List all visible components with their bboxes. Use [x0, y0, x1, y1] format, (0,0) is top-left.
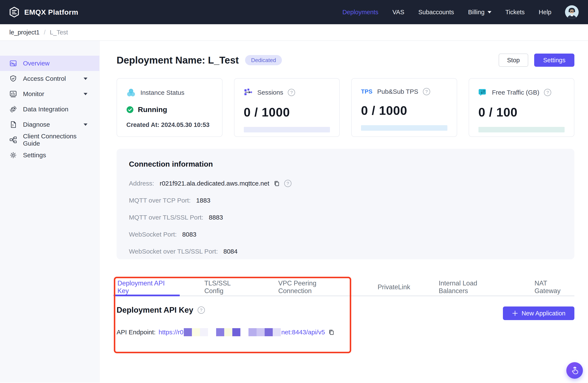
- instance-status-card: Instance Status Running Created At: 2024…: [117, 78, 223, 137]
- sessions-label: Sessions: [257, 89, 283, 96]
- sidebar-item-diagnose[interactable]: ? Diagnose: [0, 117, 99, 132]
- address-value: r021f921.ala.dedicated.aws.mqttce.net: [160, 180, 269, 187]
- emqx-logo-icon: [9, 7, 19, 18]
- tps-progress-bar: [361, 125, 447, 131]
- nav-vas[interactable]: VAS: [393, 9, 404, 16]
- plus-icon: [512, 310, 518, 316]
- sessions-progress-bar: [244, 127, 330, 133]
- sidebar-item-label: Settings: [23, 152, 46, 159]
- traffic-bubble-icon: [479, 88, 487, 97]
- deployment-api-key-panel: Deployment API Key ? API Endpoint: https…: [117, 296, 574, 336]
- help-icon[interactable]: ?: [423, 88, 430, 95]
- tps-text-icon: TPS: [361, 88, 373, 95]
- avatar-person-icon: [565, 5, 579, 19]
- sidebar-item-label: Diagnose: [23, 121, 50, 128]
- connection-row-websocket-port: WebSocket Port: 8083: [129, 231, 562, 238]
- nav-billing[interactable]: Billing: [468, 9, 491, 16]
- deployment-tabs-section: Deployment API Key TLS/SSL Config VPC Pe…: [117, 279, 574, 336]
- copy-icon[interactable]: [328, 329, 335, 336]
- chevron-down-icon: [488, 11, 491, 13]
- copy-icon[interactable]: [273, 180, 280, 187]
- running-check-icon: [126, 106, 134, 113]
- diagnose-document-icon: ?: [9, 121, 17, 128]
- connection-row-websocket-tls-port: WebSocket over TLS/SSL Port: 8084: [129, 248, 562, 255]
- new-application-button[interactable]: New Application: [503, 306, 574, 320]
- sidebar-item-client-connections-guide[interactable]: Client Connections Guide: [0, 132, 99, 148]
- nav-deployments[interactable]: Deployments: [342, 9, 378, 16]
- nav-tickets[interactable]: Tickets: [505, 9, 525, 16]
- main-content: Deployment Name: L_Test Dedicated Stop S…: [100, 41, 588, 383]
- created-at-text: Created At: 2024.05.30 10:53: [126, 121, 213, 128]
- breadcrumb-separator: /: [44, 29, 45, 36]
- tab-privatelink[interactable]: PrivateLink: [377, 279, 411, 295]
- tab-internal-load-balancers[interactable]: Internal Load Balancers: [438, 279, 507, 295]
- instance-cluster-icon: [126, 88, 136, 97]
- chevron-down-icon: [84, 93, 87, 95]
- free-traffic-card: Free Traffic (GB) ? 0 / 100: [469, 78, 575, 137]
- tap-finger-icon: [570, 366, 579, 375]
- sidebar-item-overview[interactable]: Overview: [0, 56, 99, 71]
- instance-status-value: Running: [138, 105, 167, 114]
- traffic-label: Free Traffic (GB): [492, 89, 540, 96]
- nav-billing-label: Billing: [468, 9, 484, 16]
- connection-information-card: Connection information Address: r021f921…: [117, 149, 574, 259]
- dedicated-badge: Dedicated: [245, 55, 282, 65]
- sidebar-item-monitor[interactable]: Monitor: [0, 86, 99, 102]
- top-nav-items: Deployments VAS Subaccounts Billing Tick…: [342, 9, 551, 16]
- chevron-down-icon: [84, 123, 87, 126]
- sidebar-item-label: Overview: [23, 60, 50, 67]
- api-endpoint-link[interactable]: https://r0net:8443/api/v5: [158, 328, 325, 336]
- nav-help[interactable]: Help: [539, 9, 551, 16]
- breadcrumb-current: L_Test: [50, 29, 68, 36]
- brand: EMQX Platform: [9, 7, 78, 18]
- tps-label: Pub&Sub TPS: [377, 88, 418, 95]
- breadcrumb: le_project1 / L_Test: [0, 24, 588, 41]
- help-icon[interactable]: ?: [198, 306, 205, 314]
- svg-text:?: ?: [12, 124, 14, 127]
- brand-name: EMQX Platform: [24, 8, 78, 16]
- monitor-chart-icon: [9, 90, 17, 98]
- sidebar: Overview Access Control Monitor: [0, 41, 100, 383]
- nav-subaccounts[interactable]: Subaccounts: [419, 9, 454, 16]
- connection-row-tls-port: MQTT over TLS/SSL Port: 8883: [129, 214, 562, 221]
- help-icon[interactable]: ?: [288, 89, 295, 96]
- stat-cards: Instance Status Running Created At: 2024…: [117, 78, 574, 137]
- floating-helper-button[interactable]: [566, 362, 583, 379]
- tab-deployment-api-key[interactable]: Deployment API Key: [117, 279, 177, 295]
- instance-status-label: Instance Status: [140, 89, 185, 96]
- tab-nat-gateway[interactable]: NAT Gateway: [534, 279, 574, 295]
- connection-row-address: Address: r021f921.ala.dedicated.aws.mqtt…: [129, 180, 562, 187]
- page-title: Deployment Name: L_Test: [117, 54, 239, 66]
- breadcrumb-project[interactable]: le_project1: [9, 29, 40, 36]
- overview-icon: [9, 59, 17, 67]
- traffic-progress-bar: [479, 127, 565, 133]
- tab-bar: Deployment API Key TLS/SSL Config VPC Pe…: [117, 279, 574, 296]
- tab-tls-ssl-config[interactable]: TLS/SSL Config: [204, 279, 251, 295]
- sidebar-item-data-integration[interactable]: Data Integration: [0, 102, 99, 117]
- traffic-value: 0 / 100: [479, 105, 565, 119]
- redacted-endpoint-mosaic: [184, 328, 281, 336]
- connection-information-title: Connection information: [129, 160, 562, 168]
- top-navigation-bar: EMQX Platform Deployments VAS Subaccount…: [0, 0, 588, 24]
- sidebar-item-access-control[interactable]: Access Control: [0, 71, 99, 86]
- client-connections-icon: [9, 136, 17, 144]
- sidebar-item-label: Client Connections Guide: [23, 133, 87, 147]
- tab-vpc-peering-connection[interactable]: VPC Peering Connection: [277, 279, 350, 295]
- sidebar-item-settings[interactable]: Settings: [0, 148, 99, 163]
- gear-icon: [9, 151, 17, 159]
- new-application-label: New Application: [522, 310, 566, 317]
- help-icon[interactable]: ?: [284, 180, 292, 187]
- sessions-value: 0 / 1000: [244, 105, 330, 119]
- tps-value: 0 / 1000: [361, 103, 447, 117]
- chevron-down-icon: [84, 77, 87, 80]
- api-key-section-title: Deployment API Key: [117, 306, 193, 315]
- stop-button[interactable]: Stop: [499, 54, 528, 67]
- sessions-card: Sessions ? 0 / 1000: [234, 78, 340, 137]
- help-icon[interactable]: ?: [544, 89, 551, 96]
- settings-button[interactable]: Settings: [534, 54, 574, 67]
- pubsub-tps-card: TPS Pub&Sub TPS ? 0 / 1000: [351, 78, 457, 137]
- connection-row-tcp-port: MQTT over TCP Port: 1883: [129, 197, 562, 204]
- sidebar-item-label: Data Integration: [23, 106, 68, 113]
- user-avatar[interactable]: [565, 5, 579, 19]
- sessions-icon: [244, 88, 253, 97]
